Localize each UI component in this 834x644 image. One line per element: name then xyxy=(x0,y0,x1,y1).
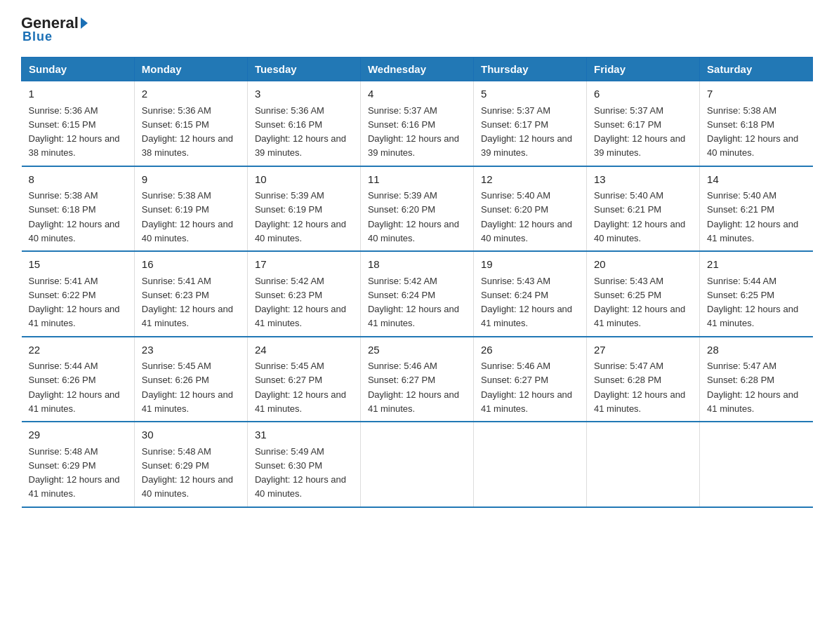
day-number: 28 xyxy=(707,342,805,358)
calendar-cell: 25Sunrise: 5:46 AMSunset: 6:27 PMDayligh… xyxy=(360,337,473,422)
column-header-saturday: Saturday xyxy=(700,58,813,81)
day-number: 18 xyxy=(368,257,466,273)
day-info: Sunrise: 5:47 AMSunset: 6:28 PMDaylight:… xyxy=(707,361,798,414)
day-number: 14 xyxy=(707,172,805,188)
calendar-cell: 9Sunrise: 5:38 AMSunset: 6:19 PMDaylight… xyxy=(134,166,247,252)
calendar-table: SundayMondayTuesdayWednesdayThursdayFrid… xyxy=(21,57,813,508)
calendar-cell: 4Sunrise: 5:37 AMSunset: 6:16 PMDaylight… xyxy=(360,81,473,166)
day-number: 11 xyxy=(368,172,466,188)
calendar-cell xyxy=(473,422,586,507)
calendar-cell xyxy=(587,422,700,507)
day-number: 8 xyxy=(29,172,127,188)
calendar-cell: 31Sunrise: 5:49 AMSunset: 6:30 PMDayligh… xyxy=(247,422,360,507)
day-info: Sunrise: 5:42 AMSunset: 6:23 PMDaylight:… xyxy=(255,276,346,329)
calendar-cell: 15Sunrise: 5:41 AMSunset: 6:22 PMDayligh… xyxy=(22,251,135,337)
day-number: 29 xyxy=(29,427,127,443)
day-number: 30 xyxy=(142,427,240,443)
day-info: Sunrise: 5:37 AMSunset: 6:17 PMDaylight:… xyxy=(481,105,572,159)
day-number: 10 xyxy=(255,172,353,188)
day-info: Sunrise: 5:40 AMSunset: 6:21 PMDaylight:… xyxy=(594,190,685,243)
day-info: Sunrise: 5:41 AMSunset: 6:23 PMDaylight:… xyxy=(142,276,233,329)
day-number: 24 xyxy=(255,342,353,358)
day-info: Sunrise: 5:37 AMSunset: 6:17 PMDaylight:… xyxy=(594,105,685,159)
calendar-cell: 18Sunrise: 5:42 AMSunset: 6:24 PMDayligh… xyxy=(360,251,473,337)
calendar-cell: 13Sunrise: 5:40 AMSunset: 6:21 PMDayligh… xyxy=(587,166,700,252)
calendar-cell: 6Sunrise: 5:37 AMSunset: 6:17 PMDaylight… xyxy=(587,81,700,166)
page-header: General Blue xyxy=(21,14,813,44)
day-info: Sunrise: 5:48 AMSunset: 6:29 PMDaylight:… xyxy=(142,446,233,499)
day-info: Sunrise: 5:43 AMSunset: 6:25 PMDaylight:… xyxy=(594,276,685,329)
day-info: Sunrise: 5:37 AMSunset: 6:16 PMDaylight:… xyxy=(368,105,459,159)
day-info: Sunrise: 5:42 AMSunset: 6:24 PMDaylight:… xyxy=(368,276,459,329)
calendar-cell: 22Sunrise: 5:44 AMSunset: 6:26 PMDayligh… xyxy=(22,337,135,422)
calendar-cell: 26Sunrise: 5:46 AMSunset: 6:27 PMDayligh… xyxy=(473,337,586,422)
day-info: Sunrise: 5:47 AMSunset: 6:28 PMDaylight:… xyxy=(594,361,685,414)
calendar-cell: 19Sunrise: 5:43 AMSunset: 6:24 PMDayligh… xyxy=(473,251,586,337)
logo-arrow-icon xyxy=(81,18,88,29)
day-number: 3 xyxy=(255,86,353,102)
column-header-monday: Monday xyxy=(134,58,247,81)
day-number: 2 xyxy=(142,86,240,102)
day-info: Sunrise: 5:41 AMSunset: 6:22 PMDaylight:… xyxy=(29,276,120,329)
day-info: Sunrise: 5:46 AMSunset: 6:27 PMDaylight:… xyxy=(481,361,572,414)
calendar-cell: 16Sunrise: 5:41 AMSunset: 6:23 PMDayligh… xyxy=(134,251,247,337)
calendar-week-row: 15Sunrise: 5:41 AMSunset: 6:22 PMDayligh… xyxy=(22,251,813,337)
calendar-cell: 23Sunrise: 5:45 AMSunset: 6:26 PMDayligh… xyxy=(134,337,247,422)
column-header-tuesday: Tuesday xyxy=(247,58,360,81)
calendar-cell: 20Sunrise: 5:43 AMSunset: 6:25 PMDayligh… xyxy=(587,251,700,337)
day-info: Sunrise: 5:36 AMSunset: 6:15 PMDaylight:… xyxy=(142,105,233,159)
calendar-cell: 27Sunrise: 5:47 AMSunset: 6:28 PMDayligh… xyxy=(587,337,700,422)
day-number: 20 xyxy=(594,257,692,273)
calendar-cell: 28Sunrise: 5:47 AMSunset: 6:28 PMDayligh… xyxy=(700,337,813,422)
column-header-thursday: Thursday xyxy=(473,58,586,81)
calendar-cell: 3Sunrise: 5:36 AMSunset: 6:16 PMDaylight… xyxy=(247,81,360,166)
calendar-cell: 8Sunrise: 5:38 AMSunset: 6:18 PMDaylight… xyxy=(22,166,135,252)
day-info: Sunrise: 5:40 AMSunset: 6:21 PMDaylight:… xyxy=(707,190,798,243)
day-number: 26 xyxy=(481,342,579,358)
day-number: 16 xyxy=(142,257,240,273)
day-info: Sunrise: 5:45 AMSunset: 6:27 PMDaylight:… xyxy=(255,361,346,414)
day-number: 12 xyxy=(481,172,579,188)
column-header-friday: Friday xyxy=(587,58,700,81)
calendar-cell: 21Sunrise: 5:44 AMSunset: 6:25 PMDayligh… xyxy=(700,251,813,337)
calendar-cell: 11Sunrise: 5:39 AMSunset: 6:20 PMDayligh… xyxy=(360,166,473,252)
day-number: 31 xyxy=(255,427,353,443)
calendar-cell: 29Sunrise: 5:48 AMSunset: 6:29 PMDayligh… xyxy=(22,422,135,507)
day-number: 25 xyxy=(368,342,466,358)
day-number: 19 xyxy=(481,257,579,273)
day-number: 15 xyxy=(29,257,127,273)
calendar-cell xyxy=(700,422,813,507)
logo-blue-text: Blue xyxy=(22,29,53,44)
calendar-cell: 12Sunrise: 5:40 AMSunset: 6:20 PMDayligh… xyxy=(473,166,586,252)
day-number: 7 xyxy=(707,86,805,102)
calendar-cell: 30Sunrise: 5:48 AMSunset: 6:29 PMDayligh… xyxy=(134,422,247,507)
day-info: Sunrise: 5:43 AMSunset: 6:24 PMDaylight:… xyxy=(481,276,572,329)
calendar-week-row: 29Sunrise: 5:48 AMSunset: 6:29 PMDayligh… xyxy=(22,422,813,507)
day-info: Sunrise: 5:39 AMSunset: 6:20 PMDaylight:… xyxy=(368,190,459,243)
logo: General Blue xyxy=(21,14,88,44)
calendar-cell xyxy=(360,422,473,507)
calendar-cell: 24Sunrise: 5:45 AMSunset: 6:27 PMDayligh… xyxy=(247,337,360,422)
calendar-cell: 10Sunrise: 5:39 AMSunset: 6:19 PMDayligh… xyxy=(247,166,360,252)
calendar-week-row: 22Sunrise: 5:44 AMSunset: 6:26 PMDayligh… xyxy=(22,337,813,422)
day-number: 4 xyxy=(368,86,466,102)
day-info: Sunrise: 5:46 AMSunset: 6:27 PMDaylight:… xyxy=(368,361,459,414)
day-number: 13 xyxy=(594,172,692,188)
day-info: Sunrise: 5:44 AMSunset: 6:26 PMDaylight:… xyxy=(29,361,120,414)
day-info: Sunrise: 5:40 AMSunset: 6:20 PMDaylight:… xyxy=(481,190,572,243)
calendar-cell: 5Sunrise: 5:37 AMSunset: 6:17 PMDaylight… xyxy=(473,81,586,166)
column-header-sunday: Sunday xyxy=(22,58,135,81)
day-info: Sunrise: 5:49 AMSunset: 6:30 PMDaylight:… xyxy=(255,446,346,499)
calendar-cell: 14Sunrise: 5:40 AMSunset: 6:21 PMDayligh… xyxy=(700,166,813,252)
day-info: Sunrise: 5:38 AMSunset: 6:18 PMDaylight:… xyxy=(707,105,798,159)
day-info: Sunrise: 5:44 AMSunset: 6:25 PMDaylight:… xyxy=(707,276,798,329)
day-number: 17 xyxy=(255,257,353,273)
day-number: 27 xyxy=(594,342,692,358)
calendar-cell: 2Sunrise: 5:36 AMSunset: 6:15 PMDaylight… xyxy=(134,81,247,166)
calendar-week-row: 8Sunrise: 5:38 AMSunset: 6:18 PMDaylight… xyxy=(22,166,813,252)
calendar-cell: 7Sunrise: 5:38 AMSunset: 6:18 PMDaylight… xyxy=(700,81,813,166)
day-number: 6 xyxy=(594,86,692,102)
day-number: 22 xyxy=(29,342,127,358)
day-info: Sunrise: 5:38 AMSunset: 6:19 PMDaylight:… xyxy=(142,190,233,243)
day-info: Sunrise: 5:36 AMSunset: 6:15 PMDaylight:… xyxy=(29,105,120,159)
